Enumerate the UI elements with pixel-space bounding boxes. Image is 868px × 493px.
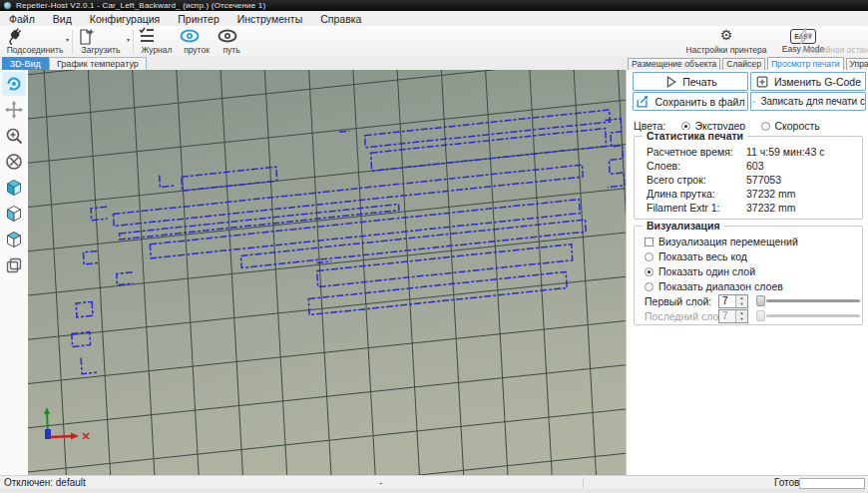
log-button[interactable]: Журнал [137, 27, 177, 56]
tab-3d-view[interactable]: 3D-Вид [2, 57, 49, 70]
tab-slicer[interactable]: Слайсер [722, 58, 765, 70]
window-bottom-edge [0, 489, 868, 493]
save-for-sd-print-button[interactable]: Записать для печати с [750, 92, 866, 111]
filament-eye-icon [179, 27, 215, 45]
radio-circle-icon [761, 122, 770, 131]
plug-icon [4, 27, 66, 45]
menu-file[interactable]: Файл [0, 13, 44, 25]
slider-handle[interactable] [756, 295, 765, 306]
connect-dropdown-icon[interactable]: ▾ [66, 36, 69, 43]
top-view-button[interactable] [2, 228, 26, 251]
play-icon [663, 75, 677, 89]
slider-handle [756, 310, 765, 321]
colors-row: Цвета: Экструдер Скорость [634, 116, 863, 130]
zoom-view-button[interactable] [2, 124, 26, 148]
print-statistics-title: Статистика печати [643, 130, 747, 142]
view-tools-column [0, 70, 29, 475]
filament-label: пруток [179, 45, 215, 55]
stat-value: 11 ч:59 мин:43 с [746, 146, 824, 158]
menu-tools[interactable]: Инструменты [228, 13, 311, 25]
stat-value: 577053 [746, 174, 781, 186]
log-checklist-icon [137, 27, 177, 45]
edit-gcode-label: Изменить G-Code [774, 76, 861, 88]
print-preview-panel: Печать Изменить G-Code Сохранить в файл … [626, 70, 868, 475]
connection-status: Отключен: default [4, 477, 86, 488]
pan-view-button[interactable] [2, 98, 26, 122]
parallel-projection-button[interactable] [2, 253, 26, 277]
tab-object-placement[interactable]: Размещение объекта [628, 58, 720, 70]
move-arrows-icon [5, 101, 23, 119]
spin-down-icon[interactable]: ▼ [736, 301, 747, 307]
load-file-icon [76, 27, 126, 45]
printer-settings-label: Настройки принтера [680, 45, 772, 55]
edit-gcode-button[interactable]: Изменить G-Code [750, 72, 866, 91]
menu-view[interactable]: Вид [44, 13, 81, 25]
checkbox-icon [645, 238, 653, 246]
print-button-label: Печать [682, 76, 716, 88]
first-layer-spinner[interactable]: 7 ▲▼ [718, 294, 748, 308]
show-complete-code-radio[interactable]: Показать весь код [645, 250, 747, 262]
move-object-button[interactable] [2, 150, 26, 174]
toolbar-separator [133, 30, 134, 54]
show-filament-toggle[interactable]: пруток [179, 27, 215, 56]
tab-manual-control[interactable]: Управление [846, 58, 868, 70]
stat-value: 37232 mm [746, 202, 796, 214]
edit-gcode-icon [755, 75, 769, 89]
menu-bar: Файл Вид Конфигурация Принтер Инструмент… [0, 11, 868, 27]
toolbar: Подсоединить ▾ Загрузить ▾ Журнал пруток [0, 26, 868, 58]
last-layer-label: Последний слой: [645, 310, 727, 322]
last-layer-spinner: 7 ▲▼ [718, 309, 748, 323]
status-divider [583, 478, 584, 488]
view-tab-bar: 3D-Вид График температур [0, 57, 626, 71]
travel-label: путь [217, 45, 246, 55]
3d-viewport[interactable] [28, 70, 626, 475]
first-layer-slider[interactable] [756, 294, 860, 306]
app-icon [3, 1, 12, 10]
rotate-view-button[interactable] [2, 72, 26, 96]
load-dropdown-icon[interactable]: ▾ [127, 36, 130, 43]
spinner-buttons[interactable]: ▲▼ [735, 295, 747, 307]
spin-down-icon: ▼ [736, 316, 747, 322]
menu-config[interactable]: Конфигурация [81, 13, 169, 25]
stat-label: Длина прутка: [647, 188, 715, 200]
show-single-layer-radio[interactable]: Показать один слой [645, 265, 755, 277]
radio-circle-icon [645, 252, 653, 261]
stat-label: Слоев: [647, 160, 680, 172]
load-button[interactable]: Загрузить [76, 27, 126, 56]
export-file-icon [636, 95, 650, 109]
printer-settings-button[interactable]: ⚙ Настройки принтера [680, 27, 772, 56]
print-statistics-group: Статистика печати Расчетное время: 11 ч:… [634, 136, 863, 220]
front-cube-icon [5, 205, 23, 223]
stat-value: 37232 mm [746, 188, 796, 200]
visualization-group: Визуализация Визуализация перемещений По… [634, 226, 863, 325]
isometric-view-button[interactable] [2, 176, 26, 200]
tab-print-preview[interactable]: Просмотр печати [767, 57, 844, 70]
title-bar: Repetier-Host V2.0.1 - Car_Left_Backward… [0, 0, 868, 11]
emergency-lightning-icon [794, 27, 868, 45]
speed-radio[interactable]: Скорость [761, 116, 820, 134]
gear-icon: ⚙ [680, 27, 772, 45]
stat-value: 603 [746, 160, 764, 172]
print-bed [28, 70, 626, 475]
save-to-file-button[interactable]: Сохранить в файл [633, 92, 748, 111]
spinner-buttons: ▲▼ [735, 310, 747, 322]
show-travel-toggle[interactable]: путь [217, 27, 246, 56]
show-layer-range-radio[interactable]: Показать диапазон слоев [645, 280, 783, 292]
stat-label: Расчетное время: [647, 146, 733, 158]
connect-button[interactable]: Подсоединить [4, 27, 66, 56]
write-sd-arrow-icon [751, 95, 755, 109]
radio-dot-icon [645, 267, 653, 276]
first-layer-label: Первый слой: [645, 295, 711, 307]
tab-temperature-graph[interactable]: График температур [49, 57, 147, 70]
show-travel-moves-checkbox[interactable]: Визуализация перемещений [645, 236, 798, 247]
slider-track[interactable] [766, 299, 860, 302]
front-view-button[interactable] [2, 202, 26, 226]
save-for-sd-print-label: Записать для печати с [760, 96, 865, 107]
print-button[interactable]: Печать [633, 72, 748, 91]
menu-help[interactable]: Справка [311, 13, 370, 25]
progress-bar [799, 478, 865, 489]
menu-printer[interactable]: Принтер [169, 13, 227, 25]
slider-track [766, 314, 860, 317]
app-window: Repetier-Host V2.0.1 - Car_Left_Backward… [0, 0, 868, 493]
center-cross-circle-icon [5, 153, 23, 171]
